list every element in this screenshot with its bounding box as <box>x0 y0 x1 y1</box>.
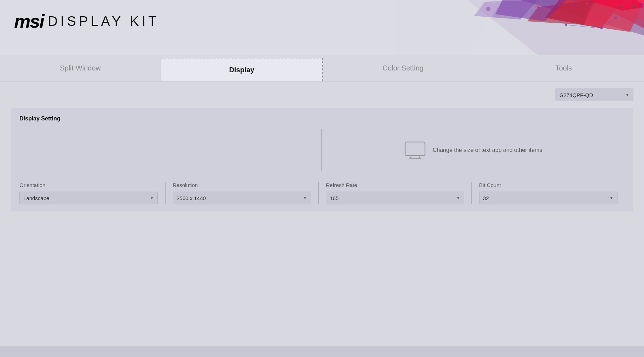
resolution-dropdown[interactable]: 2560 x 1440 ▼ <box>173 192 311 204</box>
bit-count-dropdown-arrow-icon: ▼ <box>609 196 614 200</box>
bit-count-value: 32 <box>483 195 489 201</box>
monitor-dropdown[interactable]: G274QPF-QD ▼ <box>556 89 633 101</box>
status-bar <box>0 346 644 357</box>
svg-point-22 <box>565 24 567 26</box>
tab-split-window[interactable]: Split Window <box>0 55 161 81</box>
settings-row: Orientation Landscape ▼ Resolution 2560 … <box>19 182 625 204</box>
refresh-rate-value: 165 <box>330 195 339 201</box>
bit-count-group: Bit Count 32 ▼ <box>472 182 625 204</box>
monitor-dropdown-value: G274QPF-QD <box>559 92 593 98</box>
monitor-dropdown-arrow-icon: ▼ <box>625 92 629 97</box>
bit-count-label: Bit Count <box>479 182 617 188</box>
svg-rect-26 <box>405 142 425 155</box>
refresh-rate-dropdown-arrow-icon: ▼ <box>456 196 460 200</box>
change-size-text: Change the size of text app and other it… <box>433 147 542 153</box>
monitor-icon <box>404 141 426 159</box>
orientation-group: Orientation Landscape ▼ <box>19 182 166 204</box>
tab-display[interactable]: Display <box>161 58 323 81</box>
resolution-group: Resolution 2560 x 1440 ▼ <box>166 182 319 204</box>
bit-count-dropdown[interactable]: 32 ▼ <box>479 192 617 204</box>
display-kit-text: Display Kit <box>48 14 160 29</box>
svg-point-20 <box>615 17 617 19</box>
display-setting-section: Display Setting Change the size of text … <box>11 108 633 211</box>
orientation-label: Orientation <box>19 182 158 188</box>
refresh-rate-group: Refresh Rate 165 ▼ <box>319 182 472 204</box>
main-content: G274QPF-QD ▼ Display Setting Change the … <box>0 81 644 346</box>
title-bar: — ✕ <box>0 0 644 14</box>
display-right: Change the size of text app and other it… <box>322 129 625 171</box>
resolution-value: 2560 x 1440 <box>177 195 206 201</box>
nav-tabs: Split Window Display Color Setting Tools <box>0 55 644 81</box>
display-preview-left <box>19 129 322 171</box>
tab-tools[interactable]: Tools <box>483 55 644 81</box>
minimize-button[interactable]: — <box>613 2 627 12</box>
display-info-area: Change the size of text app and other it… <box>19 129 625 171</box>
svg-point-21 <box>600 27 603 29</box>
tab-color-setting[interactable]: Color Setting <box>323 55 483 81</box>
orientation-value: Landscape <box>23 195 49 201</box>
resolution-dropdown-arrow-icon: ▼ <box>303 196 307 200</box>
refresh-rate-label: Refresh Rate <box>326 182 464 188</box>
section-title: Display Setting <box>19 115 625 122</box>
close-button[interactable]: ✕ <box>627 2 641 12</box>
resolution-label: Resolution <box>173 182 311 188</box>
orientation-dropdown-arrow-icon: ▼ <box>150 196 154 200</box>
monitor-select-container: G274QPF-QD ▼ <box>11 89 633 101</box>
orientation-dropdown[interactable]: Landscape ▼ <box>19 192 158 204</box>
refresh-rate-dropdown[interactable]: 165 ▼ <box>326 192 464 204</box>
